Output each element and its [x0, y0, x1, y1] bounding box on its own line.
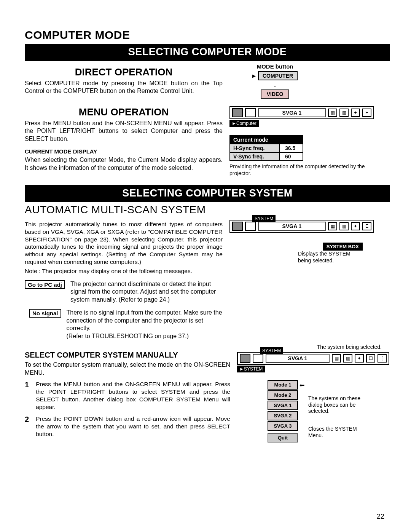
pointer-left-icon: ⬅ — [299, 382, 304, 389]
boxed-label-go-to-pc-adj: Go to PC adj — [25, 280, 65, 289]
menu-icon — [232, 108, 243, 117]
page-title: COMPUTER MODE — [25, 29, 390, 42]
system-tag: SYSTEM — [260, 347, 283, 354]
section-bar-selecting-mode: SELECTING COMPUTER MODE — [25, 44, 390, 61]
mode-button-diagram: MODE button ▸ COMPUTER ↓ VIDEO — [252, 63, 298, 99]
chip-video: VIDEO — [261, 89, 290, 99]
step-1: 1 Press the MENU button and the ON-SCREE… — [25, 380, 230, 411]
cm-footnote: Providing the information of the compute… — [229, 163, 374, 177]
menu-icon — [245, 222, 256, 231]
msg1-text: The projector cannot discriminate or det… — [70, 280, 223, 304]
menu-icon — [240, 354, 250, 363]
menu-icon — [245, 108, 256, 117]
menu-tag-computer: ►Computer — [229, 120, 259, 127]
mode-item: SVGA 3 — [268, 421, 298, 431]
mode-button-title: MODE button — [252, 63, 298, 70]
message-no-signal: No signal There is no signal input from … — [25, 309, 223, 340]
step1-text: Press the MENU button and the ON-SCREEN … — [36, 380, 230, 411]
chip-computer: COMPUTER — [258, 71, 298, 80]
menu-smallbox-icon: E — [362, 222, 371, 230]
current-mode-display-heading: CURRENT MODE DISPLAY — [25, 148, 223, 155]
mode-item: Mode 2 — [268, 390, 298, 400]
menu-operation-body: Press the MENU button and the ON-SCREEN … — [25, 120, 223, 143]
menu-smallbox-icon: ▦ — [328, 109, 337, 117]
auto-body: This projector automatically tunes to mo… — [25, 220, 223, 266]
menu-smallbox-icon: ▥ — [339, 109, 349, 117]
direct-operation-body: Select COMPUTER mode by pressing the MOD… — [25, 80, 223, 95]
menu-smallbox-icon: ▥ — [339, 222, 349, 230]
arrow-right-icon: ▸ — [252, 72, 256, 79]
cm-vsync-label: V-Sync freq. — [230, 152, 280, 160]
heading-auto-multiscan: AUTOMATIC MULTI-SCAN SYSTEM — [25, 204, 390, 216]
boxed-label-no-signal: No signal — [29, 309, 61, 318]
callout-systems-selectable: The systems on these dialog boxes can be… — [308, 395, 365, 414]
manual-body: To set the Computer system manually, sel… — [25, 361, 230, 377]
menu-smallbox-icon: ▦ — [332, 354, 341, 363]
mode-item: Mode 1 — [268, 380, 298, 390]
heading-direct-operation: DIRECT OPERATION — [25, 66, 223, 78]
menu-smallbox-icon: ✦ — [351, 222, 360, 230]
auto-note: Note : The projector may display one of … — [25, 267, 223, 275]
mode-list: Mode 1 ⬅ Mode 2 SVGA 1 SVGA 2 SVGA 3 Qui… — [268, 380, 304, 443]
menu-bar-mock-system: SVGA 1 ▦ ▥ ✦ E — [229, 220, 374, 233]
arrow-down-icon: ↓ — [252, 81, 298, 88]
menu-smallbox-icon: [ — [378, 354, 387, 363]
mode-item: SVGA 1 — [268, 401, 298, 410]
menu-label-svga: SVGA 1 — [266, 354, 330, 363]
menu-icon — [232, 222, 243, 231]
menu-smallbox-icon: ▥ — [343, 354, 352, 363]
callout-closes-menu: Closes the SYSTEM Menu. — [308, 426, 373, 439]
cm-hsync-value: 36.5 — [280, 144, 303, 152]
system-box-note: Displays the SYSTEM being selected. — [298, 251, 363, 264]
mode-item: SVGA 2 — [268, 411, 298, 420]
menu-label-svga: SVGA 1 — [258, 222, 326, 231]
menu-smallbox-icon: E — [362, 109, 371, 117]
page-number: 22 — [377, 513, 384, 521]
heading-select-manually: SELECT COMPUTER SYSTEM MANUALLY — [25, 351, 230, 359]
system-box-label: SYSTEM BOX — [323, 243, 363, 251]
menu-smallbox-icon: ☐ — [366, 354, 375, 363]
step2-text: Press the POINT DOWN button and a red-ar… — [36, 415, 230, 438]
msg2-text: There is no signal input from the comput… — [67, 309, 223, 340]
cm-vsync-value: 60 — [280, 152, 303, 160]
heading-menu-operation: MENU OPERATION — [25, 106, 223, 118]
system-tag: SYSTEM — [252, 215, 276, 222]
menu-tag-system: ►SYSTEM — [237, 366, 265, 372]
current-mode-table: Current mode H-Sync freq. 36.5 V-Sync fr… — [229, 135, 303, 161]
section-bar-selecting-system: SELECTING COMPUTER SYSTEM — [25, 185, 390, 202]
menu-bar-mock-computer: SVGA 1 ▦ ▥ ✦ E — [229, 106, 374, 119]
menu-smallbox-icon: ▦ — [328, 222, 337, 230]
step-2: 2 Press the POINT DOWN button and a red-… — [25, 415, 230, 438]
message-go-to-pc-adj: Go to PC adj The projector cannot discri… — [25, 280, 223, 304]
cm-header: Current mode — [230, 136, 303, 144]
step-number: 2 — [25, 415, 29, 438]
menu-icon — [253, 354, 263, 363]
menu-smallbox-icon: ✦ — [351, 109, 360, 117]
menu-smallbox-icon: ✦ — [355, 354, 364, 363]
menu-label-svga: SVGA 1 — [258, 108, 326, 117]
cm-hsync-label: H-Sync freq. — [230, 144, 280, 152]
mode-quit: Quit — [268, 433, 298, 443]
step-number: 1 — [25, 380, 29, 411]
current-mode-display-body: When selecting the Computer Mode, the Cu… — [25, 156, 223, 172]
